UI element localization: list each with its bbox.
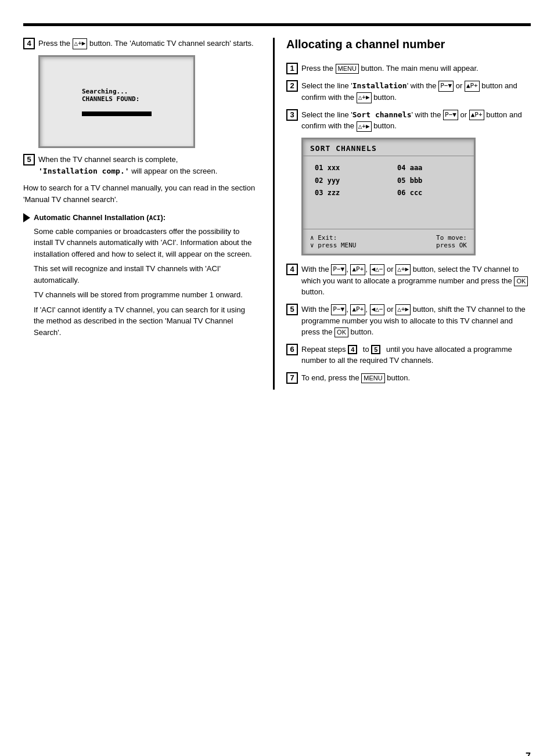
step5-text-before: When the TV channel search is complete, [38, 155, 178, 164]
r-s5-b4[interactable]: △+▶ [395, 304, 411, 315]
r-s5-b3[interactable]: ◀△− [370, 304, 385, 315]
r-s4-b2[interactable]: ▲P+ [350, 264, 365, 275]
right-step-5-box: 5 [286, 304, 298, 315]
r-s5-b2[interactable]: ▲P+ [350, 304, 365, 315]
step-4-content: Press the △+▶ button. The 'Automatic TV … [38, 38, 256, 49]
sort-footer-exit: ∧ Exit: [310, 234, 356, 242]
r-s4-b3[interactable]: ◀△− [370, 264, 385, 275]
r-s7-menu-btn[interactable]: MENU [361, 373, 384, 383]
r-s6-t2: to [361, 345, 371, 354]
right-step-5-content: With the P−▼, ▲P+, ◀△− or △+▶ button, sh… [301, 304, 531, 338]
section-heading: Allocating a channel number [286, 38, 531, 55]
r-s4-b1[interactable]: P−▼ [331, 264, 346, 275]
right-step-4-box: 4 [286, 264, 298, 275]
r-s4-b4[interactable]: △+▶ [395, 264, 411, 275]
step-5-box: 5 [23, 154, 35, 165]
right-step-2-content: Select the line 'Installation' with the … [301, 80, 531, 103]
progress-bar [82, 111, 152, 116]
r-s4-ok[interactable]: OK [514, 276, 528, 286]
right-step-6-row: 6 Repeat steps 4 to 5 until you have all… [286, 344, 531, 366]
aci-triangle-icon [23, 213, 30, 222]
r-s3-code: Sort channels [352, 110, 412, 119]
right-step-3-box: 3 [286, 109, 298, 121]
right-step-3-content: Select the line 'Sort channels' with the… [301, 109, 531, 132]
right-step-5-row: 5 With the P−▼, ▲P+, ◀△− or △+▶ button, … [286, 304, 531, 338]
content-area: 4 Press the △+▶ button. The 'Automatic T… [0, 26, 554, 413]
sort-item-2: 02 yyy [315, 175, 380, 188]
right-step-6-box: 6 [286, 344, 298, 355]
step-4-box: 4 [23, 38, 35, 49]
searching-line1: Searching... [82, 88, 152, 95]
right-step-3-row: 3 Select the line 'Sort channels' with t… [286, 109, 531, 132]
right-step-7-row: 7 To end, press the MENU button. [286, 372, 531, 384]
right-step-7-content: To end, press the MENU button. [301, 372, 531, 384]
r-step1-menu-btn[interactable]: MENU [336, 64, 359, 74]
r-s6-t1: Repeat steps [301, 345, 348, 354]
r-s4-t1: With the [301, 265, 331, 273]
r-s5-end: button. [348, 327, 373, 336]
sort-col-left: 01 xxx 02 yyy 03 zzz [315, 162, 380, 200]
r-step1-after: button. The main menu will appear. [359, 64, 479, 73]
sort-footer-menu: ∨ press MENU [310, 242, 356, 249]
sort-footer-left: ∧ Exit: ∨ press MENU [310, 234, 356, 249]
right-column: Allocating a channel number 1 Press the … [273, 38, 531, 390]
r-s7-t1: To end, press the [301, 373, 361, 382]
r-s2-mid: ' with the [407, 81, 439, 90]
sort-item-1: 01 xxx [315, 162, 380, 175]
r-s4-t3: , [365, 265, 369, 273]
r-s5-t4: or [384, 305, 395, 314]
r-s5-t3: , [365, 305, 369, 314]
step-4-row: 4 Press the △+▶ button. The 'Automatic T… [23, 38, 256, 49]
sort-footer-right: To move: press OK [436, 234, 467, 249]
r-s4-end: button. [301, 287, 325, 296]
r-s2-before: Select the line ' [301, 81, 352, 90]
r-s5-t2: , [346, 305, 350, 314]
step4-button[interactable]: △+▶ [73, 38, 88, 49]
step-5-content: When the TV channel search is complete, … [38, 154, 256, 177]
r-s2-btn3[interactable]: △+▶ [357, 92, 372, 103]
r-s3-mid2: or [458, 110, 469, 119]
r-s3-btn2[interactable]: ▲P+ [469, 110, 484, 121]
step4-text-before: Press the [38, 39, 73, 48]
step-5-row: 5 When the TV channel search is complete… [23, 154, 256, 177]
sort-screen-title: SORT CHANNELS [303, 139, 474, 156]
sort-footer-move: To move: [436, 234, 467, 242]
sort-screen-footer: ∧ Exit: ∨ press MENU To move: press OK [303, 229, 474, 254]
r-s4-t4: or [384, 265, 395, 273]
r-s2-btn1[interactable]: P−▼ [438, 81, 454, 92]
sort-item-3: 03 zzz [315, 187, 380, 200]
right-step-1-row: 1 Press the MENU button. The main menu w… [286, 63, 531, 74]
manual-note: How to search for a TV channel manually,… [23, 182, 256, 205]
sort-item-6: 06 ccc [397, 187, 462, 200]
right-step-4-row: 4 With the P−▼, ▲P+, ◀△− or △+▶ button, … [286, 264, 531, 298]
right-step-4-content: With the P−▼, ▲P+, ◀△− or △+▶ button, se… [301, 264, 531, 298]
r-s3-btn3[interactable]: △+▶ [357, 121, 372, 132]
aci-title: Automatic Channel Installation (ACI): [34, 212, 256, 224]
sort-footer-ok: press OK [436, 242, 467, 249]
r-s3-btn1[interactable]: P−▼ [443, 110, 458, 121]
r-s2-mid2: or [454, 81, 465, 90]
tv-screen-inner: Searching... CHANNELS FOUND: [76, 82, 157, 122]
sort-item-5: 05 bbb [397, 175, 462, 188]
r-s2-btn2[interactable]: ▲P+ [465, 81, 480, 92]
r-s3-before: Select the line ' [301, 110, 352, 119]
r-s5-b1[interactable]: P−▼ [331, 304, 346, 315]
sort-col-right: 04 aaa 05 bbb 06 ccc [397, 162, 462, 200]
aci-content: Automatic Channel Installation (ACI): So… [34, 212, 256, 338]
aci-para3: TV channels will be stored from programm… [34, 289, 256, 301]
r-s3-mid: ' with the [412, 110, 444, 119]
left-column: 4 Press the △+▶ button. The 'Automatic T… [23, 38, 256, 390]
page: 4 Press the △+▶ button. The 'Automatic T… [0, 23, 554, 756]
r-s5-ok[interactable]: OK [334, 327, 348, 337]
aci-para2: This set will recognize and install TV c… [34, 263, 256, 286]
r-s6-ref5: 5 [371, 345, 380, 354]
sort-channels-screen: SORT CHANNELS 01 xxx 02 yyy 03 zzz 04 aa… [301, 138, 476, 255]
step5-code: 'Installation comp.' [38, 167, 129, 175]
r-s2-code: Installation [352, 81, 407, 90]
aci-para1: Some cable companies or broadcasters off… [34, 226, 256, 260]
right-step-1-content: Press the MENU button. The main menu wil… [301, 63, 531, 74]
right-step-6-content: Repeat steps 4 to 5 until you have alloc… [301, 344, 531, 366]
right-step-1-box: 1 [286, 63, 298, 74]
right-step-7-box: 7 [286, 372, 298, 384]
aci-para4: If 'ACI' cannot identify a TV channel, y… [34, 304, 256, 339]
